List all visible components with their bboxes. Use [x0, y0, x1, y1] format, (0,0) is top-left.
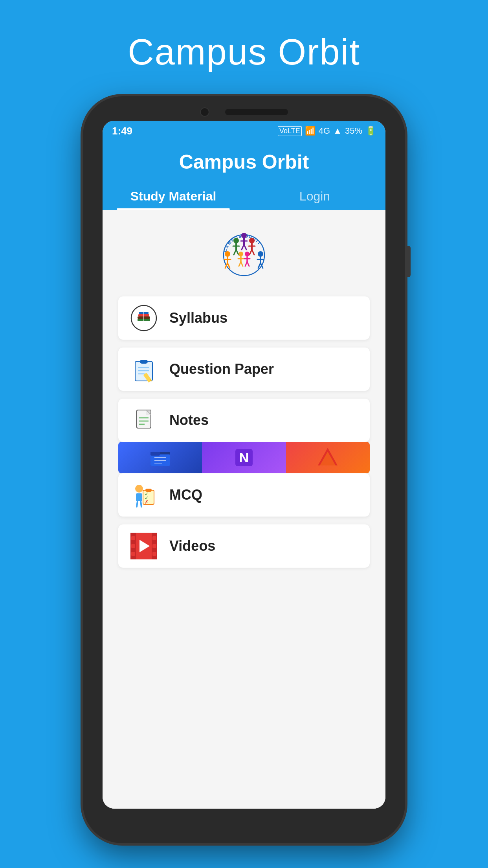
volte-icon: VoLTE: [278, 126, 302, 136]
app-name: Campus Orbit: [103, 151, 385, 183]
tab-study-material[interactable]: Study Material: [103, 183, 244, 210]
svg-line-36: [247, 262, 249, 266]
tab-login[interactable]: Login: [244, 183, 385, 210]
svg-line-68: [137, 501, 138, 507]
syllabus-label: Syllabus: [169, 310, 227, 326]
battery-icon: 🔋: [365, 126, 376, 136]
mcq-icon: ✓ ✓ ✗: [130, 481, 158, 509]
svg-point-7: [233, 238, 239, 243]
status-time: 1:49: [112, 125, 132, 137]
svg-point-22: [258, 251, 263, 257]
app-header: Campus Orbit Study Material Login: [103, 141, 385, 210]
status-right: VoLTE 📶 4G ▲ 35% 🔋: [278, 126, 376, 136]
status-bar: 1:49 VoLTE 📶 4G ▲ 35% 🔋: [103, 121, 385, 141]
question-paper-icon: [130, 355, 158, 383]
speaker: [225, 109, 288, 115]
svg-point-12: [241, 233, 247, 238]
svg-text:✗: ✗: [145, 499, 149, 505]
svg-line-15: [242, 245, 244, 250]
svg-point-32: [245, 252, 250, 256]
syllabus-icon: [130, 304, 158, 332]
svg-line-31: [241, 262, 243, 266]
mcq-item[interactable]: ✓ ✓ ✗ MCQ: [118, 473, 370, 517]
notes-label: Notes: [169, 412, 209, 428]
svg-point-17: [249, 238, 255, 243]
film-strip-left: [130, 533, 136, 559]
film-strip-right: [152, 533, 157, 559]
content-area: CAMPUS ORBIT: [103, 210, 385, 809]
logo-area: CAMPUS ORBIT: [216, 210, 272, 289]
svg-line-11: [236, 250, 238, 255]
videos-label: Videos: [169, 538, 215, 554]
tab-bar: Study Material Login: [103, 183, 385, 210]
signal-label: 4G: [319, 126, 330, 136]
overlay-strip: N: [118, 442, 370, 473]
svg-rect-58: [150, 452, 160, 456]
svg-point-66: [135, 485, 143, 493]
svg-line-20: [250, 250, 252, 255]
camera: [200, 107, 209, 117]
signal-bars-icon: ▲: [333, 126, 342, 136]
phone-shell: 1:49 VoLTE 📶 4G ▲ 35% 🔋 Campus Orbit Stu…: [83, 96, 405, 843]
notes-icon: [130, 406, 158, 434]
svg-text:N: N: [239, 450, 249, 465]
svg-point-27: [238, 252, 243, 256]
svg-line-21: [252, 250, 254, 255]
question-paper-item[interactable]: Question Paper: [118, 348, 370, 391]
videos-item[interactable]: Videos: [118, 524, 370, 568]
page-title: Campus Orbit: [128, 31, 360, 73]
play-triangle: [139, 540, 150, 552]
svg-line-10: [234, 250, 236, 255]
syllabus-item[interactable]: Syllabus: [118, 296, 370, 340]
battery-percentage: 35%: [345, 126, 362, 136]
question-paper-label: Question Paper: [169, 361, 274, 377]
menu-list: Syllabus: [118, 296, 370, 568]
video-icon: [130, 532, 158, 560]
campus-orbit-logo: CAMPUS ORBIT: [216, 226, 272, 281]
phone-screen: 1:49 VoLTE 📶 4G ▲ 35% 🔋 Campus Orbit Stu…: [103, 121, 385, 809]
wifi-icon: 📶: [305, 126, 316, 136]
mcq-label: MCQ: [169, 487, 202, 503]
svg-point-2: [225, 251, 230, 257]
phone-top: [83, 96, 405, 117]
svg-line-16: [244, 245, 246, 250]
notes-item[interactable]: Notes: [118, 399, 370, 442]
svg-rect-67: [136, 493, 142, 501]
svg-rect-44: [140, 360, 148, 364]
svg-line-69: [141, 501, 141, 507]
